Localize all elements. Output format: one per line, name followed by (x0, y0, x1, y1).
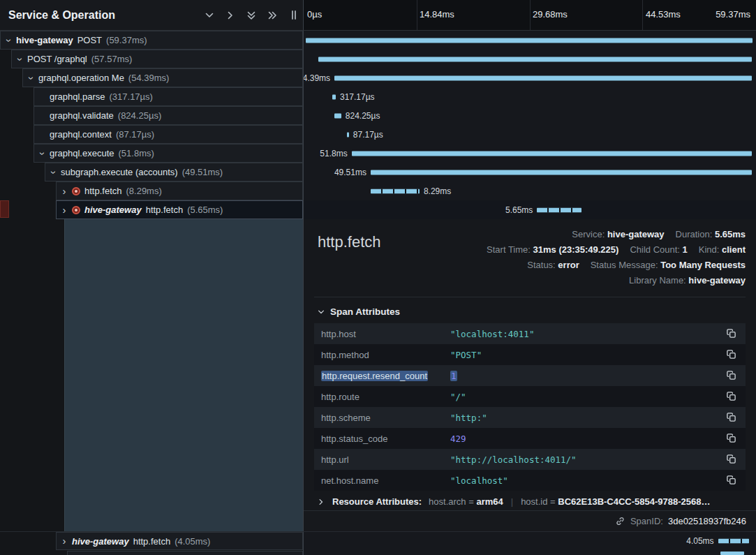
expander-icon[interactable] (50, 169, 57, 176)
resource-attributes-row[interactable]: Resource Attributes: host.arch = arm64|h… (304, 491, 756, 510)
span-timeline: 317.17µs (303, 87, 756, 106)
detail-span-title: http.fetch (318, 233, 381, 287)
detail-header: http.fetch Service: hive-gatewayDuration… (304, 219, 756, 290)
span-duration: (49.51ms) (182, 167, 223, 177)
span-bar[interactable] (318, 57, 752, 61)
span-row[interactable]: hive-gateway http.fetch (4.05ms) 4.05ms (0, 531, 756, 550)
chevrons-down-icon[interactable] (246, 10, 257, 21)
copy-icon[interactable] (726, 433, 739, 444)
copy-icon[interactable] (726, 475, 739, 486)
span-tree-item[interactable]: POST /graphql (57.57ms) (0, 50, 303, 68)
span-tree-item[interactable]: graphql.parse (317.17µs) (0, 87, 303, 106)
ruler-tick: 0µs (307, 9, 322, 20)
timeline-ruler: 0µs14.84ms29.68ms44.53ms59.37ms (303, 0, 756, 31)
span-bar[interactable] (352, 151, 752, 156)
attribute-row: http.url"http://localhost:4011/" (314, 449, 746, 470)
expander-icon[interactable] (61, 207, 68, 214)
attribute-value: "/" (450, 392, 726, 402)
expander-icon[interactable] (38, 150, 45, 157)
span-bar[interactable] (718, 539, 749, 544)
separator: | (509, 496, 515, 507)
attribute-row: http.scheme"http:" (314, 407, 746, 428)
span-detail-panel: http.fetch Service: hive-gatewayDuration… (303, 219, 756, 531)
ruler-tick: 59.37ms (716, 9, 750, 20)
span-operation-name: POST (77, 35, 102, 45)
span-attributes-section-header[interactable]: Span Attributes (304, 297, 756, 323)
panel-title: Service & Operation (8, 9, 194, 22)
meta-line: Status: errorStatus Message: Too Many Re… (527, 258, 746, 272)
attribute-key: http.url (321, 454, 450, 465)
copy-icon[interactable] (726, 349, 739, 360)
meta-line: Start Time: 31ms (23:35:49.225)Child Cou… (487, 243, 746, 256)
meta-status: Status: error (527, 258, 579, 272)
span-bar[interactable] (306, 38, 753, 43)
span-operation-name: graphql.execute (50, 148, 114, 158)
span-tree-item[interactable]: graphql.execute (51.8ms) (0, 144, 303, 163)
span-row[interactable]: graphql.context (87.17µs) 87.17µs (0, 125, 756, 144)
expander-icon[interactable] (61, 188, 68, 195)
ruler-tick: 44.53ms (646, 9, 681, 20)
span-row[interactable]: hive-gateway http.fetch (5.65ms) 5.65ms (0, 200, 756, 219)
meta-service: Service: hive-gateway (572, 228, 664, 241)
attribute-row: http.request.resend_count1 (314, 365, 746, 386)
span-row[interactable]: subgraph.execute (accounts) (49.51ms) 49… (0, 163, 756, 182)
tree-panel-header: Service & Operation (0, 0, 303, 31)
copy-icon[interactable] (726, 328, 739, 339)
span-tree-item[interactable]: hive-gateway http.fetch (5.65ms) (0, 200, 303, 219)
span-timeline: 51.8ms (303, 144, 756, 163)
attribute-row: http.host"localhost:4011" (314, 323, 746, 344)
resource-attribute: host.id = BC62E13B-C4CC-5854-9788-2568… (521, 496, 710, 507)
span-id-label: SpanID: (630, 516, 663, 526)
copy-icon[interactable] (726, 370, 739, 381)
span-duration: (87.17µs) (116, 129, 154, 140)
span-bar[interactable] (334, 75, 752, 80)
span-row[interactable]: graphql.validate (824.25µs) 824.25µs (0, 106, 756, 125)
span-meta: Service: hive-gatewayDuration: 5.65msSta… (381, 228, 746, 287)
span-tree-item[interactable]: hive-gateway POST (59.37ms) (0, 31, 303, 50)
span-tree-item[interactable]: http.fetch (8.29ms) (0, 182, 303, 200)
span-operation-name: graphql.parse (50, 91, 105, 102)
span-row[interactable]: POST /graphql (57.57ms) (0, 50, 756, 68)
meta-line: Library Name: hive-gateway (629, 274, 746, 287)
bottom-span-row-host: hive-gateway http.fetch (4.05ms) 4.05ms (0, 531, 756, 550)
copy-icon[interactable] (726, 454, 739, 465)
span-tree-item[interactable]: hive-gateway http.fetch (4.05ms) (0, 532, 303, 550)
span-bar[interactable] (371, 188, 420, 193)
span-bar[interactable] (347, 132, 349, 137)
span-bar[interactable] (371, 170, 752, 175)
bar-duration-label: 51.8ms (320, 149, 347, 158)
partial-span-row (0, 550, 756, 555)
span-row[interactable]: hive-gateway POST (59.37ms) (0, 31, 756, 50)
span-row[interactable]: http.fetch (8.29ms) 8.29ms (0, 182, 756, 200)
bar-duration-label: 5.65ms (505, 205, 533, 215)
expander-icon[interactable] (27, 75, 34, 82)
link-icon[interactable] (615, 516, 625, 526)
span-tree-item[interactable]: graphql.operation Me (54.39ms) (0, 68, 303, 87)
span-bar[interactable] (332, 94, 336, 99)
chevrons-right-icon[interactable] (267, 10, 278, 21)
span-timeline: 87.17µs (303, 125, 756, 144)
span-duration: (5.65ms) (187, 205, 223, 215)
span-tree-item[interactable]: graphql.validate (824.25µs) (0, 106, 303, 125)
span-tree-item[interactable]: graphql.context (87.17µs) (0, 125, 303, 144)
expander-icon[interactable] (16, 56, 23, 63)
span-row[interactable]: graphql.parse (317.17µs) 317.17µs (0, 87, 756, 106)
span-tree-item[interactable]: subgraph.execute (accounts) (49.51ms) (0, 163, 303, 182)
span-row[interactable]: graphql.execute (51.8ms) 51.8ms (0, 144, 756, 163)
chevron-down-icon (317, 308, 325, 316)
copy-icon[interactable] (726, 391, 739, 402)
expander-icon[interactable] (5, 37, 12, 44)
span-duration: (824.25µs) (118, 110, 161, 121)
chevron-down-icon[interactable] (204, 10, 215, 21)
tree-empty-area (0, 219, 303, 531)
panel-resize-handle[interactable] (292, 10, 296, 20)
partial-tree-item (0, 550, 303, 555)
chevron-right-icon[interactable] (225, 10, 236, 21)
copy-icon[interactable] (726, 412, 739, 423)
expander-icon[interactable] (61, 538, 68, 545)
selected-span-subtree-region (64, 219, 303, 531)
span-bar[interactable] (537, 207, 581, 212)
span-row[interactable]: graphql.operation Me (54.39ms) 54.39ms (0, 68, 756, 87)
attribute-value: "POST" (450, 350, 726, 360)
span-bar[interactable] (334, 113, 341, 118)
